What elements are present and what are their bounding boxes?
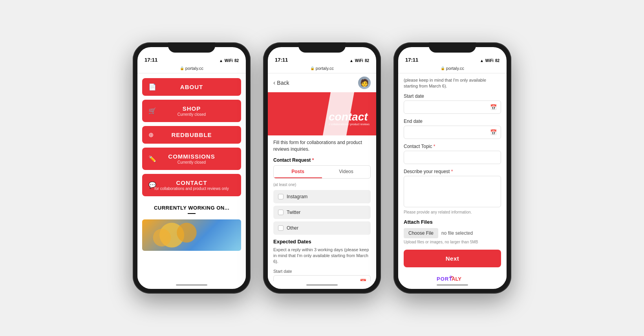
describe-helper: Please provide any related information.: [404, 210, 501, 214]
attach-files-group: Attach Files Choose File no file selecte…: [404, 219, 501, 244]
battery-icon-1: 82: [234, 58, 239, 63]
battery-3: 82: [495, 58, 499, 63]
shop-icon: 🛒: [148, 107, 156, 115]
avatar-img: 🧑: [360, 79, 369, 87]
end-date-group: End date 📅: [404, 119, 501, 139]
attach-files-label: Attach Files: [404, 219, 501, 225]
portaly-footer: PORT ALY: [404, 267, 501, 281]
describe-required: *: [451, 169, 453, 174]
required-star: *: [312, 157, 314, 163]
contact-form-area: Fill this form for collaborations and pr…: [268, 135, 376, 281]
back-label: Back: [277, 80, 289, 86]
notch-1: [168, 42, 215, 53]
status-icons-3: ▲ WiFi 82: [480, 58, 499, 63]
working-image-overlay: [142, 219, 241, 251]
phone-1: 17:11 ▲ WiFi 82 🔒 portaly.cc 📄 ABOUT: [133, 42, 251, 294]
url-text-3: 🔒 portaly.cc: [441, 66, 464, 71]
tab-videos[interactable]: Videos: [322, 166, 370, 178]
notch-2: [298, 42, 346, 53]
choose-file-row: Choose File no file selected: [404, 228, 501, 238]
commissions-icon: ✏️: [148, 155, 156, 163]
checkbox-other[interactable]: Other: [273, 221, 371, 235]
expected-dates-description: Expect a reply within 3 working days (pl…: [273, 247, 371, 265]
upload-hint: Upload files or images, no larger than 5…: [404, 240, 501, 244]
instagram-label: Instagram: [287, 194, 307, 199]
calendar-icon-start-3: 📅: [490, 104, 497, 110]
phone2-content: ‹ Back 🧑 contact // collaborations / pro…: [268, 73, 376, 281]
start-date-label: Start date: [273, 269, 371, 274]
notch-3: [429, 42, 476, 53]
contact-topic-required: *: [434, 144, 435, 149]
commissions-button[interactable]: ✏️ COMMISSIONS Currently closed: [142, 148, 241, 170]
instagram-checkbox[interactable]: [278, 194, 284, 199]
contact-sub: for collaborations and product reviews o…: [154, 186, 229, 191]
home-indicator-2: [268, 281, 376, 289]
contact-request-label: Contact Request *: [273, 157, 371, 163]
svg-text:contact: contact: [329, 111, 368, 123]
lock-icon-1: 🔒: [180, 66, 184, 70]
phone-2: 17:11 ▲ WiFi 82 🔒 portaly.cc ‹ Back 🧑: [263, 42, 381, 294]
wifi-icon-1: WiFi: [225, 58, 233, 63]
contact-tabs: Posts Videos: [273, 165, 371, 179]
checkbox-instagram[interactable]: Instagram: [273, 190, 371, 203]
describe-request-input[interactable]: [404, 176, 501, 207]
home-indicator-3: [398, 281, 507, 289]
redbubble-button[interactable]: ⊕ REDBUBBLE: [142, 126, 241, 144]
next-button[interactable]: Next: [404, 250, 501, 267]
status-time-2: 17:11: [275, 57, 288, 63]
phone1-content: 📄 ABOUT 🛒 SHOP Currently closed ⊕ REDBUB…: [137, 73, 246, 281]
signal-icon-3: ▲: [480, 58, 484, 63]
url-bar-2: 🔒 portaly.cc: [268, 64, 376, 73]
describe-request-group: Describe your request * Please provide a…: [404, 169, 501, 214]
contact-button[interactable]: 💬 CONTACT for collaborations and product…: [142, 174, 241, 196]
start-date-label-3: Start date: [404, 93, 501, 99]
commissions-label: COMMISSIONS: [168, 153, 215, 160]
choose-file-button[interactable]: Choose File: [404, 228, 438, 238]
status-time-3: 17:11: [405, 57, 418, 63]
checkbox-twitter[interactable]: Twitter: [273, 206, 371, 219]
contact-topic-label: Contact Topic *: [404, 144, 501, 149]
other-checkbox[interactable]: [278, 225, 284, 231]
signal-icon-2: ▲: [349, 58, 353, 63]
expected-dates-section: Expected Dates Expect a reply within 3 w…: [273, 239, 371, 281]
url-bar-3: 🔒 portaly.cc: [398, 64, 507, 73]
status-icons-2: ▲ WiFi 82: [349, 58, 369, 63]
describe-request-label: Describe your request *: [404, 169, 501, 174]
banner-art: contact // collaborations / product revi…: [268, 92, 376, 135]
battery-2: 82: [365, 58, 369, 63]
svg-text:// collaborations / product re: // collaborations / product reviews: [329, 123, 370, 126]
end-date-input-3[interactable]: 📅: [404, 126, 501, 139]
status-icons-1: ▲ WiFi 82: [219, 58, 239, 63]
about-button[interactable]: 📄 ABOUT: [142, 78, 241, 96]
tab-posts[interactable]: Posts: [274, 166, 322, 178]
currently-working-section: CURRENTLY WORKING ON...: [142, 200, 241, 219]
at-least-one-hint: (at least one): [273, 183, 371, 187]
commissions-sub: Currently closed: [168, 160, 215, 164]
currently-working-title: CURRENTLY WORKING ON...: [142, 205, 241, 211]
twitter-label: Twitter: [287, 210, 300, 215]
banner-svg: contact // collaborations / product revi…: [268, 92, 376, 135]
shop-label: SHOP: [177, 105, 206, 112]
shop-button[interactable]: 🛒 SHOP Currently closed: [142, 100, 241, 122]
url-text-2: 🔒 portaly.cc: [310, 66, 334, 71]
redbubble-label: REDBUBBLE: [171, 131, 212, 138]
start-date-input-3[interactable]: 📅: [404, 100, 501, 114]
back-button[interactable]: ‹ Back: [273, 79, 289, 86]
lock-icon-3: 🔒: [441, 66, 445, 70]
divider: [188, 213, 196, 214]
portaly-logo-svg: PORT ALY: [437, 273, 468, 281]
contact-label: CONTACT: [154, 179, 229, 186]
start-date-input[interactable]: 📅: [273, 275, 371, 281]
signal-icon-1: ▲: [219, 58, 223, 63]
phone-3: 17:11 ▲ WiFi 82 🔒 portaly.cc (please kee…: [393, 42, 511, 294]
status-time-1: 17:11: [145, 57, 157, 63]
partial-availability-text: (please keep in mind that I'm only avail…: [404, 77, 501, 89]
end-date-label-3: End date: [404, 119, 501, 124]
contact-topic-input[interactable]: [404, 151, 501, 164]
about-label: ABOUT: [180, 84, 203, 90]
no-file-text: no file selected: [441, 230, 473, 236]
twitter-checkbox[interactable]: [278, 210, 284, 215]
about-icon: 📄: [148, 83, 156, 91]
avatar: 🧑: [358, 77, 371, 89]
other-label: Other: [287, 225, 298, 231]
